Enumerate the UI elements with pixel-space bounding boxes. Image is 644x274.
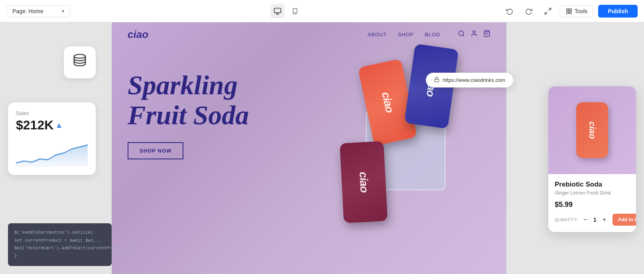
hero-image: ciao ciao ciao: [230, 22, 506, 274]
svg-rect-7: [567, 9, 569, 11]
hero-title: Sparkling Fruit Soda: [128, 70, 249, 130]
svg-rect-16: [435, 79, 439, 81]
chevron-down-icon: ▾: [62, 8, 64, 14]
product-image: ciao: [548, 86, 636, 174]
hero-title-line2: Fruit Soda: [128, 100, 249, 130]
nav-about[interactable]: ABOUT: [368, 32, 387, 38]
tools-button[interactable]: Tools: [560, 5, 594, 17]
orange-can-label: ciao: [379, 91, 396, 114]
product-can: ciao: [576, 102, 608, 158]
db-widget[interactable]: [64, 46, 96, 78]
code-line-2: let currentProduct = await $wi...: [14, 237, 105, 245]
svg-rect-9: [569, 12, 571, 14]
mobile-view-button[interactable]: [288, 4, 302, 18]
sales-label: Sales: [16, 110, 88, 116]
canvas-area: Sales $212K ▲: [0, 22, 644, 274]
search-icon[interactable]: [458, 30, 465, 39]
product-name: Prebiotic Soda: [555, 181, 630, 189]
tools-label: Tools: [575, 8, 588, 14]
toolbar-left: Page: Home ▾: [6, 5, 70, 17]
product-info: Prebiotic Soda Ginger Lemon Fresh Drink …: [548, 174, 636, 232]
expand-icon: [544, 7, 552, 15]
burgundy-can-label: ciao: [357, 171, 371, 193]
hero-title-line1: Sparkling: [128, 70, 238, 100]
product-can-label: ciao: [587, 121, 597, 139]
page-selector-label: Page: Home: [12, 8, 43, 14]
site-nav-links: ABOUT SHOP BLOG: [368, 30, 490, 39]
tools-icon: [566, 8, 572, 14]
code-content-1: $('#addToCartButton').onClick(: [14, 230, 93, 235]
hero-text: Sparkling Fruit Soda SHOP NOW: [128, 70, 249, 159]
url-bar: https://www.ciaodrinks.com: [426, 73, 513, 87]
qty-plus-button[interactable]: +: [600, 215, 609, 224]
sales-chart: [16, 139, 88, 167]
svg-rect-0: [274, 8, 281, 13]
sales-widget: Sales $212K ▲: [8, 102, 96, 175]
code-line-3: $el('#storeCart').addToCart(currentProdu…: [14, 244, 105, 252]
url-text[interactable]: https://www.ciaodrinks.com: [443, 77, 505, 83]
website-preview: ciao ciao ciao ciao ABOUT SHOP BLOG: [112, 22, 506, 274]
redo-icon: [525, 8, 532, 15]
code-content-3: $el('#storeCart').addToCart(currentProdu…: [14, 246, 136, 250]
product-card: ciao Prebiotic Soda Ginger Lemon Fresh D…: [548, 86, 636, 232]
svg-rect-10: [567, 12, 569, 14]
burgundy-can: ciao: [340, 141, 388, 223]
product-quantity-row: QUANTITY − 1 + Add to Cart: [555, 214, 630, 226]
publish-button[interactable]: Publish: [598, 5, 638, 18]
svg-line-5: [548, 8, 551, 10]
user-icon[interactable]: [471, 30, 478, 39]
site-nav: ciao ABOUT SHOP BLOG: [112, 22, 506, 46]
code-line-4: }: [14, 252, 105, 260]
qty-value: 1: [593, 216, 597, 223]
svg-point-12: [459, 31, 463, 36]
svg-point-11: [74, 54, 86, 58]
svg-point-14: [473, 31, 475, 33]
lock-icon: [434, 77, 439, 83]
toolbar: Page: Home ▾: [0, 0, 644, 22]
product-price: $5.99: [555, 201, 630, 209]
svg-line-6: [545, 12, 547, 14]
toolbar-center: [75, 4, 498, 18]
desktop-view-button[interactable]: [270, 4, 285, 18]
page-selector[interactable]: Page: Home ▾: [6, 5, 70, 17]
code-widget: $('#addToCartButton').onClick( let curre…: [8, 223, 112, 266]
svg-line-13: [463, 35, 464, 36]
sales-value: $212K ▲: [16, 118, 88, 133]
svg-point-4: [295, 12, 295, 13]
undo-icon: [506, 8, 513, 15]
redo-button[interactable]: [522, 4, 536, 18]
sales-amount: $212K: [16, 118, 53, 133]
layout-icon-button[interactable]: [541, 4, 555, 18]
code-content-2: let currentProduct = await $wi...: [14, 238, 101, 243]
product-subtitle: Ginger Lemon Fresh Drink: [555, 190, 630, 196]
qty-minus-button[interactable]: −: [581, 215, 590, 224]
hero-cta-button[interactable]: SHOP NOW: [128, 142, 183, 159]
sales-trend-icon: ▲: [55, 121, 63, 130]
site-logo: ciao: [128, 28, 148, 41]
desktop-icon: [274, 7, 282, 15]
mobile-icon: [292, 7, 298, 15]
add-to-cart-button[interactable]: Add to Cart: [612, 214, 636, 226]
svg-rect-8: [569, 9, 571, 11]
code-content-4: }: [14, 254, 17, 258]
toolbar-right: Tools Publish: [502, 4, 638, 18]
site-nav-icons: [458, 30, 490, 39]
code-line-1: $('#addToCartButton').onClick(: [14, 229, 105, 237]
quantity-label: QUANTITY: [555, 218, 577, 222]
db-icon: [72, 53, 87, 72]
nav-blog[interactable]: BLOG: [425, 32, 440, 38]
nav-shop[interactable]: SHOP: [398, 32, 414, 38]
qty-controls: − 1 +: [581, 215, 609, 224]
undo-button[interactable]: [502, 4, 517, 18]
cart-icon[interactable]: [483, 30, 490, 39]
